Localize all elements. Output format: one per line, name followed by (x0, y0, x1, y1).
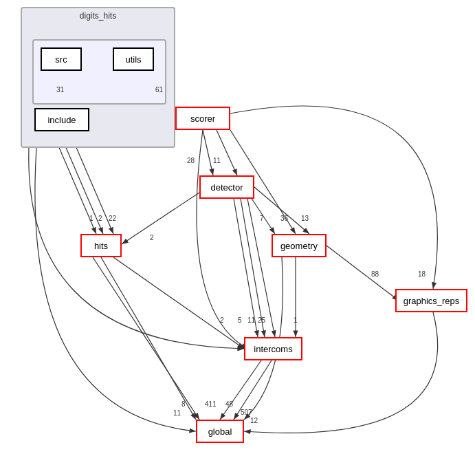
scorer-node[interactable]: scorer (175, 107, 230, 130)
edge-label-11b: 11 (247, 316, 255, 324)
svg-line-5 (217, 130, 237, 175)
global-label: global (208, 426, 232, 437)
include-node[interactable]: include (34, 108, 89, 131)
edge-label-411: 411 (205, 400, 217, 408)
edge-label-28: 28 (187, 157, 195, 164)
edge-label-5: 5 (238, 316, 242, 324)
edge-label-12: 12 (250, 417, 258, 424)
edge-label-22: 22 (109, 215, 116, 222)
include-label: include (47, 115, 76, 125)
scorer-label: scorer (190, 113, 215, 124)
digits-hits-group: digits_hits src utils include (21, 7, 175, 148)
src-node[interactable]: src (41, 47, 82, 71)
intercoms-node[interactable]: intercoms (244, 337, 302, 360)
graphics-reps-node[interactable]: graphics_reps (395, 289, 467, 312)
hits-node[interactable]: hits (80, 234, 122, 257)
edge-label-507: 507 (241, 409, 252, 416)
inner-group: src utils (32, 39, 166, 105)
svg-line-9 (122, 193, 199, 244)
edge-label-2a: 2 (98, 215, 102, 222)
edge-label-88: 88 (371, 270, 379, 278)
svg-line-13 (327, 246, 399, 301)
intercoms-label: intercoms (254, 344, 292, 354)
edge-label-48: 48 (225, 400, 233, 408)
digits-hits-label: digits_hits (80, 11, 116, 21)
svg-line-4 (203, 130, 213, 175)
edge-label-36: 36 (280, 215, 288, 222)
edge-label-61: 61 (155, 86, 163, 94)
edge-label-7: 7 (260, 215, 264, 222)
svg-line-12 (254, 187, 309, 234)
utils-label: utils (125, 54, 141, 65)
edge-label-1: 1 (89, 215, 93, 222)
edge-label-31: 31 (56, 86, 64, 94)
src-label: src (55, 54, 67, 65)
detector-label: detector (211, 182, 243, 193)
geometry-node[interactable]: geometry (272, 234, 327, 257)
edge-label-1b: 1 (294, 316, 298, 324)
hits-label: hits (94, 241, 108, 251)
graphics-reps-label: graphics_reps (404, 296, 460, 306)
utils-node[interactable]: utils (113, 47, 154, 71)
edge-label-2b: 2 (150, 234, 154, 241)
detector-node[interactable]: detector (199, 175, 254, 199)
geometry-label: geometry (280, 241, 318, 251)
svg-line-14 (113, 257, 244, 349)
edge-label-25: 25 (258, 316, 265, 324)
edge-label-18: 18 (418, 270, 426, 278)
edge-label-11a: 11 (213, 157, 221, 164)
edge-label-13: 13 (301, 215, 309, 222)
svg-line-21 (93, 257, 199, 420)
global-node[interactable]: global (196, 420, 244, 443)
edge-label-11c: 11 (173, 409, 181, 417)
edge-label-2c: 2 (220, 316, 224, 324)
edge-label-8: 8 (181, 400, 186, 408)
